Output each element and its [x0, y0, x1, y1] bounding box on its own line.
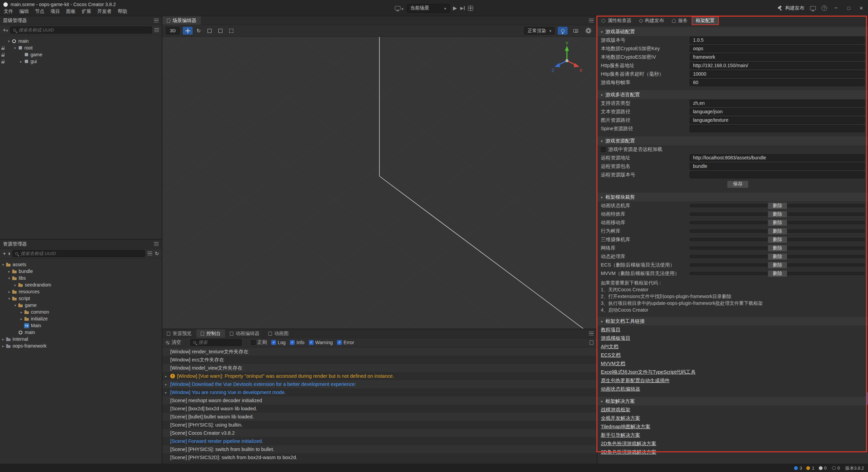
config-input[interactable]: 1.0.5 — [690, 37, 865, 44]
log-row[interactable]: [Window] You are running Vue in developm… — [162, 388, 597, 396]
panel-menu-icon[interactable] — [154, 19, 159, 22]
tree-row[interactable]: main — [0, 329, 162, 336]
config-input[interactable]: language/json — [690, 108, 865, 115]
render-mode-dropdown[interactable]: 正常渲染 — [524, 27, 555, 35]
solution-link[interactable]: 2D角色扮演游戏解决方案 — [597, 439, 868, 448]
inspector-tab[interactable]: 构建发布 — [635, 16, 668, 25]
config-input[interactable]: http://localhost:8083/assets/bundle — [690, 154, 865, 161]
config-input[interactable]: http://192.168.0.150/main/ — [690, 62, 865, 69]
tree-row[interactable]: seedrandom — [0, 281, 162, 288]
config-input[interactable]: framework — [690, 54, 865, 61]
tree-row[interactable]: main — [0, 38, 162, 44]
create-node-button[interactable] — [3, 27, 8, 33]
log-row[interactable]: [Scene] [PHYSICS2D]: switch from box2d-w… — [162, 453, 597, 461]
log-row[interactable]: [Scene] Forward render pipeline initiali… — [162, 437, 597, 445]
log-filter-checkbox[interactable]: Log — [271, 340, 285, 345]
menu-item[interactable]: 编辑 — [16, 8, 32, 15]
doc-link[interactable]: 教程项目 — [597, 326, 868, 334]
clear-console-button[interactable]: 清空 — [166, 339, 181, 346]
export-log-icon[interactable] — [590, 340, 593, 345]
section-header-language[interactable]: 游戏多语言配置 — [597, 90, 868, 99]
delete-module-button[interactable]: 删除 — [768, 244, 787, 252]
tree-row[interactable]: libs — [0, 275, 162, 281]
tree-row[interactable]: game — [0, 302, 162, 309]
config-input[interactable]: bundle — [690, 163, 865, 170]
tree-row[interactable]: initialize — [0, 315, 162, 322]
menu-item[interactable]: 面板 — [63, 8, 79, 15]
expand-arrow-icon[interactable] — [19, 310, 24, 314]
log-filter-checkbox[interactable]: Warning — [309, 340, 333, 345]
config-input[interactable]: 10000 — [690, 71, 865, 78]
doc-link[interactable]: API文档 — [597, 342, 868, 351]
hierarchy-filter-button[interactable] — [154, 28, 159, 32]
menu-item[interactable]: 文件 — [1, 8, 16, 15]
inspector-tab[interactable]: 属性检查器 — [597, 16, 635, 25]
section-header-modules[interactable]: 框架模块裁剪 — [597, 193, 868, 201]
log-expand-icon[interactable] — [165, 382, 170, 386]
panel-menu-icon[interactable] — [589, 332, 594, 335]
delete-module-button[interactable]: 删除 — [768, 219, 787, 226]
lock-icon[interactable] — [0, 52, 6, 58]
expand-arrow-icon[interactable] — [13, 283, 18, 287]
light-toggle-button[interactable] — [558, 27, 568, 35]
console-tab[interactable]: 动画图 — [264, 329, 293, 338]
solution-link[interactable]: 全栈开发解决方案 — [597, 414, 868, 422]
rotate-tool-button[interactable] — [194, 27, 203, 35]
doc-link[interactable]: 动画状态机编辑器 — [597, 385, 868, 393]
delete-module-button[interactable]: 删除 — [768, 228, 787, 235]
solution-link[interactable]: 战棋游戏框架 — [597, 406, 868, 414]
panel-menu-icon[interactable] — [154, 242, 159, 246]
refresh-assets-button[interactable] — [155, 251, 159, 257]
anchor-tool-button[interactable] — [226, 27, 236, 35]
tree-row[interactable]: assets — [0, 261, 162, 268]
log-row[interactable]: [Scene] [box2d]:box2d wasm lib loaded. — [162, 405, 597, 413]
expand-arrow-icon[interactable] — [1, 263, 5, 267]
expand-arrow-icon[interactable] — [1, 344, 5, 348]
status-counter[interactable]: 3 — [794, 466, 802, 471]
log-row[interactable]: [Window] model_view文件夹存在 — [162, 364, 597, 372]
section-header-docs[interactable]: 框架文档工具链接 — [597, 317, 868, 326]
panel-menu-icon[interactable] — [589, 19, 594, 22]
delete-module-button[interactable]: 删除 — [768, 202, 787, 209]
notification-counter[interactable]: 0 — [832, 466, 840, 471]
rect-tool-button[interactable] — [204, 27, 214, 35]
step-button[interactable] — [460, 6, 465, 11]
log-filter-checkbox[interactable]: Error — [337, 340, 354, 345]
scene-editor-tab[interactable]: 场景编辑器 — [162, 16, 201, 25]
expand-arrow-icon[interactable] — [7, 270, 12, 273]
section-header-solutions[interactable]: 框架解决方案 — [597, 397, 868, 406]
expand-arrow-icon[interactable] — [13, 303, 18, 307]
doc-link[interactable]: ECS文档 — [597, 351, 868, 359]
tree-row[interactable]: script — [0, 295, 162, 302]
scene-select-dropdown[interactable]: 当前场景 — [407, 4, 450, 13]
solution-link[interactable]: Tiledmap地图解决方案 — [597, 422, 868, 431]
inspector-tab[interactable]: 框架配置 — [692, 16, 719, 25]
solution-link[interactable]: 新手引导解决方案 — [597, 431, 868, 439]
config-input[interactable]: language/texture — [690, 117, 865, 124]
mode-3d-button[interactable]: 3D — [166, 27, 180, 35]
log-expand-icon[interactable] — [165, 374, 170, 378]
delete-module-button[interactable]: 删除 — [768, 261, 787, 269]
log-filter-checkbox[interactable]: Info — [290, 340, 304, 345]
tree-row[interactable]: oops-framework — [0, 342, 162, 349]
console-tab[interactable]: 资源预览 — [162, 329, 196, 338]
menu-item[interactable]: 扩展 — [79, 8, 94, 15]
expand-arrow-icon[interactable] — [6, 39, 11, 43]
tree-row[interactable]: root — [0, 44, 162, 51]
section-header-resource[interactable]: 游戏资源配置 — [597, 136, 868, 145]
delete-module-button[interactable]: 删除 — [768, 270, 787, 277]
delete-module-button[interactable]: 删除 — [768, 236, 787, 243]
scene-viewport[interactable]: Y X Z — [162, 37, 597, 329]
console-search-input[interactable]: 搜索 — [190, 339, 242, 346]
build-publish-button[interactable]: 构建发布 — [777, 5, 804, 11]
menu-item[interactable]: 项目 — [47, 8, 63, 15]
tree-row[interactable]: gui — [0, 58, 162, 65]
scrollbar-thumb[interactable] — [866, 392, 868, 405]
config-input[interactable]: oops — [690, 45, 865, 52]
log-row[interactable]: [Scene] Cocos Creator v3.8.2 — [162, 429, 597, 437]
section-header-basic[interactable]: 游戏基础配置 — [597, 27, 868, 36]
log-row[interactable]: [Scene] meshopt wasm decoder initialized — [162, 396, 597, 405]
preview-window-button[interactable] — [810, 6, 816, 10]
play-button[interactable] — [453, 5, 457, 11]
config-input[interactable] — [690, 171, 865, 178]
